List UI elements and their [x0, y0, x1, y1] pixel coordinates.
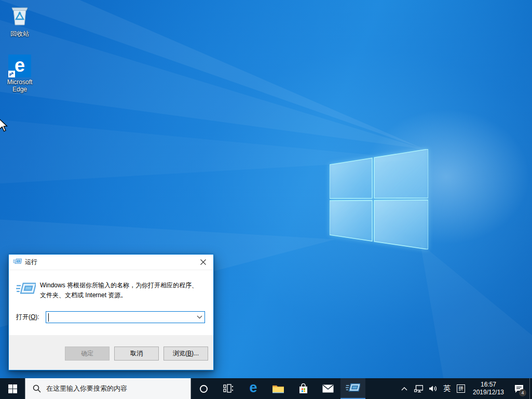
chevron-down-icon[interactable]	[194, 312, 204, 323]
task-view-button[interactable]	[216, 378, 241, 399]
system-tray: 英 拼 16:57 2019/12/13 4	[398, 378, 532, 399]
mouse-cursor	[0, 118, 8, 134]
cortana-icon	[200, 385, 208, 393]
desktop-icon-recycle-bin[interactable]: 回收站	[0, 4, 39, 38]
ime-language-indicator[interactable]: 英	[440, 378, 454, 399]
text-caret	[48, 313, 49, 322]
show-desktop-button[interactable]	[529, 378, 532, 399]
run-icon	[346, 382, 360, 394]
action-center-button[interactable]: 4	[509, 378, 529, 399]
edge-icon: e	[8, 55, 31, 77]
chevron-up-icon	[401, 387, 407, 391]
run-dialog-footer: 确定 取消 浏览(B)...	[9, 335, 213, 370]
task-view-icon	[223, 384, 234, 393]
shortcut-arrow-icon	[8, 71, 15, 77]
mail-icon	[322, 384, 334, 393]
desktop-icon-microsoft-edge[interactable]: e Microsoft Edge	[0, 55, 39, 94]
taskbar-empty-area	[365, 378, 398, 399]
open-input[interactable]	[46, 312, 194, 322]
run-dialog-icon	[13, 258, 22, 267]
volume-button[interactable]	[426, 378, 440, 399]
network-button[interactable]	[411, 378, 426, 399]
windows-start-icon	[8, 384, 17, 393]
run-dialog-title: 运行	[25, 258, 193, 267]
taskbar-search-box[interactable]: 在这里输入你要搜索的内容	[25, 378, 191, 399]
store-icon	[298, 383, 309, 394]
search-placeholder: 在这里输入你要搜索的内容	[46, 384, 127, 393]
browse-button[interactable]: 浏览(B)...	[163, 347, 208, 361]
notification-badge: 4	[519, 389, 526, 396]
mail-button[interactable]	[316, 378, 340, 399]
run-dialog-description: Windows 将根据你所输入的名称，为你打开相应的程序、文件夹、文档或 Int…	[40, 281, 202, 300]
start-button[interactable]	[0, 378, 25, 399]
file-explorer-icon	[272, 384, 284, 394]
ok-button[interactable]: 确定	[65, 347, 110, 361]
clock[interactable]: 16:57 2019/12/13	[468, 378, 509, 399]
file-explorer-button[interactable]	[266, 378, 291, 399]
speaker-icon	[429, 385, 437, 392]
clock-time: 16:57	[481, 381, 496, 389]
ime-language-label: 英	[443, 384, 451, 393]
windows-logo-wallpaper	[330, 149, 428, 249]
run-taskbar-button[interactable]	[340, 378, 365, 399]
cancel-button[interactable]: 取消	[114, 347, 159, 361]
taskbar-apps: e	[191, 378, 365, 399]
desktop-icon-label: Microsoft Edge	[0, 79, 39, 94]
clock-date: 2019/12/13	[473, 389, 504, 396]
search-icon	[33, 384, 41, 393]
open-label: 打开(O):	[16, 313, 46, 322]
close-icon[interactable]	[193, 255, 213, 270]
ime-mode-icon: 拼	[457, 384, 465, 393]
network-icon	[414, 385, 423, 393]
taskbar: 在这里输入你要搜索的内容 e	[0, 378, 532, 399]
hidden-icons-button[interactable]	[398, 378, 411, 399]
cortana-button[interactable]	[191, 378, 216, 399]
desktop-icon-label: 回收站	[0, 31, 39, 38]
open-combobox[interactable]	[46, 311, 205, 323]
run-dialog: 运行 Windo	[8, 254, 214, 370]
ime-mode-indicator[interactable]: 拼	[454, 378, 468, 399]
run-icon	[16, 281, 40, 300]
store-button[interactable]	[291, 378, 316, 399]
run-dialog-titlebar[interactable]: 运行	[9, 255, 213, 270]
edge-icon: e	[249, 381, 257, 395]
edge-taskbar-button[interactable]: e	[241, 378, 266, 399]
recycle-bin-icon	[9, 4, 31, 29]
